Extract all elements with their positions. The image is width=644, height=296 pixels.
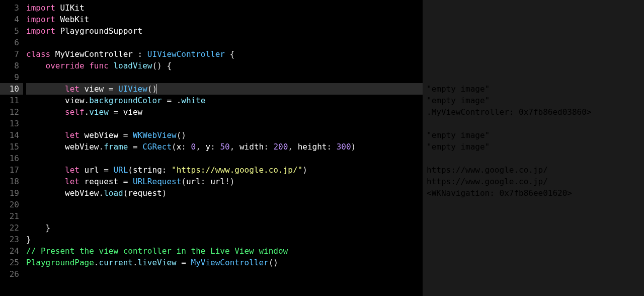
code-token: import [26, 15, 55, 24]
code-line[interactable] [26, 199, 423, 210]
code-token: WKWebView [133, 130, 177, 140]
code-line[interactable]: view.backgroundColor = .white [26, 95, 423, 106]
code-token: . [177, 96, 182, 105]
code-token: 300 [337, 142, 351, 152]
result-value: <WKNavigation: 0x7fb86ee01620> [427, 187, 640, 199]
code-token: import [26, 3, 55, 13]
line-number: 25 [0, 257, 23, 268]
code-token: ) [162, 188, 167, 198]
code-line[interactable]: } [26, 234, 423, 245]
code-token [113, 84, 118, 94]
line-number: 23 [0, 234, 23, 245]
code-token [55, 3, 60, 13]
code-token [234, 142, 239, 152]
line-number: 16 [0, 153, 23, 164]
code-token [50, 49, 55, 59]
line-number-label: 14 [0, 129, 19, 141]
code-token [85, 61, 90, 70]
code-token: = [113, 107, 118, 117]
code-line[interactable]: } [26, 222, 423, 234]
code-line[interactable] [26, 153, 423, 164]
code-line[interactable]: import UIKit [26, 2, 423, 14]
code-token: UIViewController [147, 49, 225, 59]
code-token: class [26, 49, 50, 59]
code-line[interactable] [26, 37, 423, 48]
code-token [55, 26, 60, 36]
code-token: , [230, 142, 235, 152]
code-area[interactable]: import UIKitimport WebKitimport Playgrou… [26, 0, 423, 296]
code-token [26, 177, 65, 186]
code-line[interactable] [26, 118, 423, 129]
code-line[interactable]: self.view = view [26, 106, 423, 118]
code-token: load [104, 188, 123, 198]
code-token [26, 130, 65, 140]
code-token [332, 142, 337, 152]
code-token: 50 [220, 142, 229, 152]
code-token [225, 49, 230, 59]
code-line[interactable] [26, 268, 423, 280]
code-token [104, 84, 109, 94]
code-token: let [65, 165, 79, 175]
code-line[interactable]: let webView = WKWebView() [26, 129, 423, 141]
code-token: = [167, 96, 172, 105]
code-token [79, 84, 85, 94]
code-token: UIView [118, 84, 147, 94]
line-number-gutter: 3456789101112131415161718192021222324252… [0, 0, 23, 296]
code-line[interactable]: let url = URL(string: "https://www.googl… [26, 164, 423, 176]
code-line[interactable]: import PlaygroundSupport [26, 25, 423, 37]
code-line[interactable]: webView.frame = CGRect(x: 0, y: 50, widt… [26, 141, 423, 153]
line-number-label: 6 [0, 37, 19, 48]
code-line[interactable]: webView.load(request) [26, 187, 423, 199]
code-token: : [327, 142, 332, 152]
code-token [186, 142, 191, 152]
code-token: func [89, 61, 109, 70]
code-line[interactable] [26, 71, 423, 83]
code-token: () [147, 84, 157, 94]
code-token: ) [302, 165, 307, 175]
code-token: view [85, 84, 104, 94]
code-token: white [181, 96, 205, 105]
code-token: = [123, 177, 128, 186]
code-line[interactable] [26, 210, 423, 222]
line-number-label: 24 [0, 245, 19, 257]
code-token: () [152, 61, 162, 70]
code-token [109, 165, 114, 175]
line-number: 5 [0, 25, 23, 37]
code-token: : [181, 142, 186, 152]
line-number: 6 [0, 37, 23, 48]
code-token: ( [172, 142, 177, 152]
code-line[interactable]: let request = URLRequest(url: url!) [26, 176, 423, 187]
code-token: . [85, 96, 90, 105]
code-line[interactable]: override func loadView() { [26, 60, 423, 71]
code-token: current [99, 258, 133, 267]
code-line[interactable]: import WebKit [26, 14, 423, 25]
code-token: . [99, 142, 104, 152]
code-token [109, 61, 114, 70]
text-cursor [156, 84, 157, 94]
code-token: webView [65, 142, 99, 152]
code-line[interactable]: PlaygroundPage.current.liveView = MyView… [26, 257, 423, 268]
code-token: CGRect [142, 142, 172, 152]
code-token [26, 107, 65, 117]
line-number: 15 [0, 141, 23, 153]
code-line[interactable]: class MyViewController : UIViewControlle… [26, 48, 423, 60]
code-token: ( [181, 177, 186, 186]
code-token: liveView [138, 258, 177, 267]
code-line[interactable]: // Present the view controller in the Li… [26, 245, 423, 257]
code-token: PlaygroundPage [26, 258, 94, 267]
code-token: "https://www.google.co.jp/" [172, 165, 302, 175]
code-token: y [206, 142, 211, 152]
line-number: 14 [0, 129, 23, 141]
code-line[interactable]: let view = UIView() [26, 83, 423, 95]
code-editor[interactable]: 3456789101112131415161718192021222324252… [0, 0, 423, 296]
code-token [109, 107, 114, 117]
code-token [186, 258, 191, 267]
code-token [55, 15, 60, 24]
code-token: = [133, 142, 138, 152]
result-value: "empty image" [427, 141, 640, 153]
code-token [293, 142, 298, 152]
code-token: ) [351, 142, 356, 152]
code-token: backgroundColor [89, 96, 162, 105]
code-token: = [181, 258, 186, 267]
code-token [128, 142, 133, 152]
